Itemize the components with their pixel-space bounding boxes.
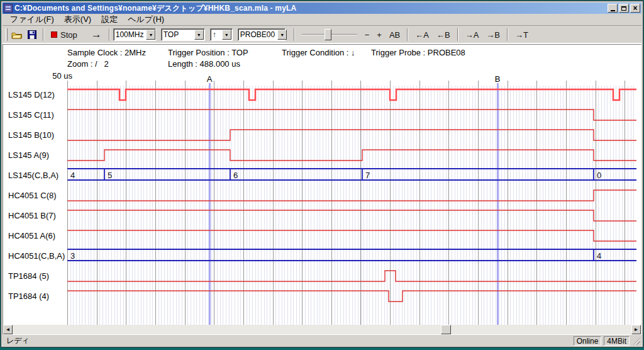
- sample-clock-combo[interactable]: 100MHz ▼: [113, 28, 156, 41]
- waveform-canvas[interactable]: 4567034: [67, 81, 636, 325]
- status-bar: レディ Online 4MBit: [3, 335, 641, 346]
- trigger-probe-combo[interactable]: PROBE00 ▼: [238, 28, 286, 41]
- scrollbar-track[interactable]: [13, 325, 631, 334]
- app-icon: [4, 4, 13, 13]
- bus-value: 6: [233, 171, 238, 180]
- bus-value: 3: [70, 251, 75, 261]
- channel-label-tp1684-4-: TP1684 (4): [8, 291, 67, 302]
- toolbar: Stop → 100MHz ▼ TOP ▼ ↑ ▼ PROBE00 ▼ − + …: [3, 26, 641, 44]
- menu-file[interactable]: ファイル(F): [5, 13, 59, 26]
- goto-trigger-button[interactable]: →T: [511, 28, 532, 42]
- sample-clock-info: Sample Clock : 2MHz: [67, 48, 146, 57]
- stop-icon: [51, 31, 57, 38]
- scrollbar-thumb[interactable]: [441, 325, 451, 334]
- trigger-position-info: Trigger Position : TOP: [168, 48, 248, 57]
- minimize-icon: [611, 10, 615, 11]
- channel-label-hc4051-c-b-a-: HC4051(C,B,A): [8, 251, 67, 261]
- window-title: C:¥Documents and Settings¥noname¥デスクトップ¥…: [14, 3, 606, 14]
- channel-label-ls145-c-11-: LS145 C(11): [8, 110, 67, 120]
- zoom-out-button[interactable]: −: [361, 28, 374, 42]
- channel-label-ls145-c-b-a-: LS145(C,B,A): [8, 171, 67, 181]
- toolbar-separator: [457, 28, 458, 41]
- channel-label-hc4051-b-7-: HC4051 B(7): [8, 211, 67, 221]
- toolbar-separator: [507, 28, 508, 41]
- status-ready-text: レディ: [6, 336, 571, 346]
- set-marker-b-button[interactable]: →B: [482, 28, 504, 42]
- zoom-slider[interactable]: [302, 28, 357, 41]
- zoom-ab-button[interactable]: AB: [386, 28, 404, 42]
- scroll-right-button[interactable]: ►: [631, 325, 641, 334]
- save-floppy-icon: [28, 30, 36, 39]
- bus-value: 7: [365, 171, 370, 180]
- zoom-info: Zoom : / 2: [67, 59, 109, 69]
- close-icon: ×: [633, 5, 637, 11]
- chevron-down-icon[interactable]: ▼: [222, 30, 231, 40]
- time-scale-label: 50 us: [42, 71, 72, 81]
- bus-value: 4: [70, 171, 75, 180]
- menu-view[interactable]: 表示(V): [59, 13, 96, 26]
- channel-label-hc4051-a-6-: HC4051 A(6): [8, 231, 67, 241]
- trigger-condition-info: Trigger Condition : ↓: [282, 48, 355, 57]
- toolbar-separator: [407, 28, 408, 41]
- goto-marker-b-button[interactable]: ←B: [433, 28, 454, 42]
- channel-label-ls145-a-9-: LS145 A(9): [8, 150, 67, 161]
- trigger-probe-info: Trigger Probe : PROBE08: [371, 48, 465, 57]
- menu-bar: ファイル(F) 表示(V) 設定 ヘルプ(H): [3, 14, 641, 26]
- set-marker-a-button[interactable]: →A: [462, 28, 483, 42]
- app-window: C:¥Documents and Settings¥noname¥デスクトップ¥…: [1, 1, 643, 347]
- channel-label-ls145-d-12-: LS145 D(12): [8, 90, 67, 100]
- status-online-badge: Online: [574, 336, 602, 346]
- close-button[interactable]: ×: [630, 4, 640, 13]
- bus-value: 0: [597, 171, 601, 180]
- channel-label-hc4051-c-8-: HC4051 C(8): [8, 191, 67, 201]
- title-bar: C:¥Documents and Settings¥noname¥デスクトップ¥…: [3, 3, 641, 14]
- channel-label-ls145-b-10-: LS145 B(10): [8, 130, 67, 140]
- channel-label-tp1684-5-: TP1684 (5): [8, 271, 67, 281]
- bus-value: 5: [108, 171, 112, 180]
- waveform-panel: Sample Clock : 2MHz Trigger Position : T…: [3, 44, 641, 335]
- resize-grip[interactable]: [632, 337, 640, 345]
- open-button[interactable]: [9, 28, 25, 42]
- horizontal-scrollbar[interactable]: ◄ ►: [3, 325, 641, 334]
- maximize-button[interactable]: [619, 4, 629, 13]
- save-button[interactable]: [25, 28, 40, 42]
- chevron-down-icon[interactable]: ▼: [277, 30, 287, 40]
- scroll-left-button[interactable]: ◄: [3, 325, 13, 334]
- bus-value: 4: [597, 251, 601, 261]
- zoom-slider-thumb[interactable]: [325, 29, 331, 40]
- goto-marker-a-button[interactable]: ←A: [411, 28, 433, 42]
- menu-settings[interactable]: 設定: [96, 13, 123, 26]
- length-info: Length : 488.000 us: [168, 59, 240, 69]
- toolbar-separator: [294, 28, 295, 41]
- maximize-icon: [621, 6, 626, 11]
- trigger-edge-value: ↑: [211, 30, 221, 39]
- toolbar-separator: [43, 28, 44, 41]
- trigger-position-value: TOP: [162, 30, 194, 39]
- status-memory-badge: 4MBit: [604, 336, 630, 346]
- chevron-down-icon[interactable]: ▼: [146, 30, 155, 40]
- menu-help[interactable]: ヘルプ(H): [123, 13, 169, 26]
- run-button[interactable]: →: [87, 28, 106, 42]
- trigger-edge-combo[interactable]: ↑ ▼: [210, 28, 233, 41]
- trigger-position-combo[interactable]: TOP ▼: [161, 28, 205, 41]
- sample-clock-value: 100MHz: [114, 30, 146, 39]
- minimize-button[interactable]: [608, 4, 618, 13]
- toolbar-gripper: [6, 28, 8, 41]
- open-folder-icon: [11, 31, 23, 39]
- stop-label: Stop: [60, 30, 77, 40]
- chevron-down-icon[interactable]: ▼: [194, 30, 204, 40]
- toolbar-separator: [109, 28, 110, 41]
- zoom-in-button[interactable]: +: [373, 28, 386, 42]
- stop-button[interactable]: Stop: [47, 28, 81, 42]
- trigger-probe-value: PROBE00: [238, 30, 277, 39]
